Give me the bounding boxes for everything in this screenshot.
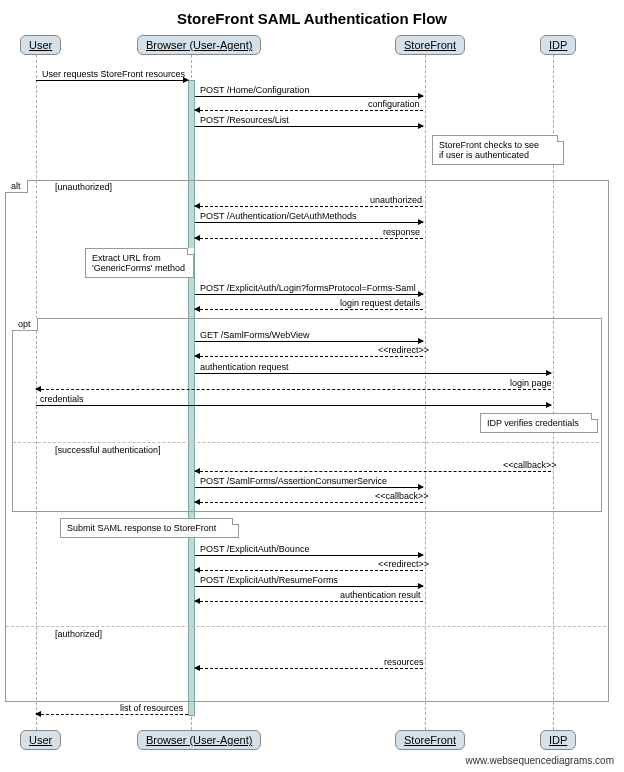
arrow-m19 — [195, 570, 423, 571]
note-auth-check: StoreFront checks to see if user is auth… — [432, 135, 564, 165]
msg-response: response — [383, 227, 420, 237]
msg-getauthmethods: POST /Authentication/GetAuthMethods — [200, 211, 356, 221]
frame-label-opt: opt — [12, 318, 38, 331]
divider-successful — [13, 442, 599, 443]
watermark: www.websequencediagrams.com — [466, 755, 614, 766]
msg-resources-list: POST /Resources/List — [200, 115, 289, 125]
arrow-m12 — [195, 373, 551, 374]
participant-idp: IDP — [540, 35, 576, 55]
msg-credentials: credentials — [40, 394, 84, 404]
arrow-m5 — [195, 206, 423, 207]
participant-idp-bottom: IDP — [540, 730, 576, 750]
cond-unauthorized: [unauthorized] — [55, 182, 112, 192]
arrow-m20 — [195, 586, 423, 587]
arrow-m18 — [195, 555, 423, 556]
participant-browser: Browser (User-Agent) — [137, 35, 261, 55]
participant-user-bottom: User — [20, 730, 61, 750]
msg-redirect1: <<redirect>> — [378, 345, 429, 355]
diagram-title: StoreFront SAML Authentication Flow — [0, 0, 624, 35]
msg-unauthorized: unauthorized — [370, 195, 422, 205]
participant-storefront-bottom: StoreFront — [395, 730, 465, 750]
msg-callback1: <<callback>> — [503, 460, 557, 470]
cond-authorized: [authorized] — [55, 629, 102, 639]
msg-auth-request: authentication request — [200, 362, 289, 372]
msg-login-page: login page — [510, 378, 552, 388]
msg-auth-result: authentication result — [340, 590, 421, 600]
note-submit-saml: Submit SAML response to StoreFront — [60, 518, 239, 538]
msg-home-config: POST /Home/Configuration — [200, 85, 309, 95]
arrow-m2 — [195, 96, 423, 97]
divider-authorized — [6, 626, 606, 627]
arrow-m4 — [195, 126, 423, 127]
note-idp-verifies: IDP verifies credentials — [480, 413, 598, 433]
msg-bounce: POST /ExplicitAuth/Bounce — [200, 544, 309, 554]
arrow-m15 — [195, 471, 551, 472]
arrow-m22 — [195, 668, 423, 669]
arrow-m10 — [195, 341, 423, 342]
msg-resources: resources — [384, 657, 424, 667]
arrow-m8 — [195, 294, 423, 295]
arrow-m11 — [195, 356, 423, 357]
msg-list-resources: list of resources — [120, 703, 183, 713]
arrow-m1 — [36, 80, 188, 81]
arrow-m13 — [36, 389, 551, 390]
participant-browser-bottom: Browser (User-Agent) — [137, 730, 261, 750]
note-extract-url: Extract URL from 'GenericForms' method — [85, 248, 194, 278]
msg-login-details: login request details — [340, 298, 420, 308]
arrow-m21 — [195, 601, 423, 602]
msg-resume: POST /ExplicitAuth/ResumeForms — [200, 575, 338, 585]
arrow-m6 — [195, 222, 423, 223]
arrow-m16 — [195, 487, 423, 488]
msg-redirect2: <<redirect>> — [378, 559, 429, 569]
cond-successful: [successful authentication] — [55, 445, 161, 455]
arrow-m3 — [195, 110, 423, 111]
arrow-m17 — [195, 502, 423, 503]
msg-acs: POST /SamlForms/AssertionConsumerService — [200, 476, 387, 486]
msg-request-resources: User requests StoreFront resources — [42, 69, 185, 79]
arrow-m14 — [36, 405, 551, 406]
msg-callback2: <<callback>> — [375, 491, 429, 501]
participant-user: User — [20, 35, 61, 55]
msg-webview: GET /SamlForms/WebView — [200, 330, 310, 340]
frame-label-alt: alt — [5, 180, 28, 193]
arrow-m9 — [195, 309, 423, 310]
arrow-m7 — [195, 238, 423, 239]
participant-storefront: StoreFront — [395, 35, 465, 55]
arrow-m23 — [36, 714, 188, 715]
msg-explicit-login: POST /ExplicitAuth/Login?formsProtocol=F… — [200, 283, 416, 293]
msg-configuration: configuration — [368, 99, 420, 109]
